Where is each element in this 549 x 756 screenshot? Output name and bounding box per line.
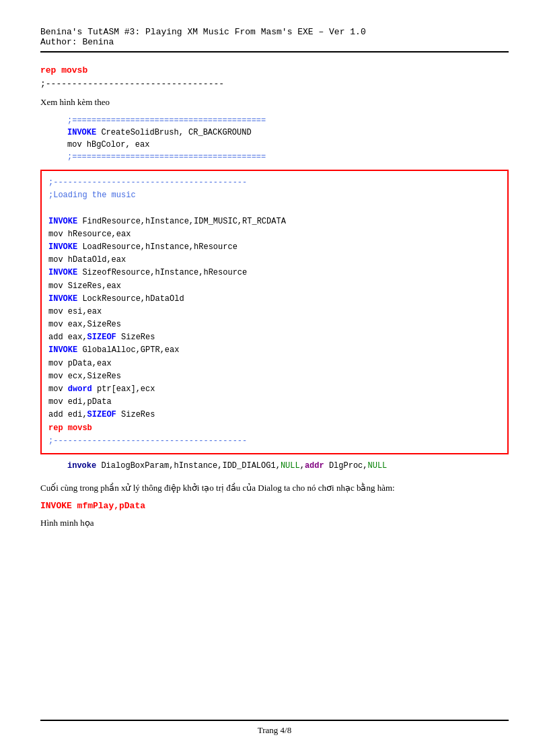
page: Benina's TutASM #3: Playing XM Music Fro… xyxy=(0,0,549,756)
rb-rep: rep movsb xyxy=(48,422,501,435)
xem-hinh-text: Xem hình kèm theo xyxy=(40,97,509,108)
footer: Trang 4/8 xyxy=(40,720,509,736)
code-line-eq1: ;=======================================… xyxy=(67,114,509,127)
rb-invoke3: INVOKE SizeofResource,hInstance,hResourc… xyxy=(48,267,501,279)
code-line-invoke-brush: INVOKE CreateSolidBrush, CR_BACKGROUND xyxy=(67,127,509,139)
rb-mov1: mov hResource,eax xyxy=(48,228,501,241)
header-title-line2: Author: Benina xyxy=(40,37,509,47)
rb-mov6: mov pData,eax xyxy=(48,357,501,370)
cuoi-cung-text: Cuối cùng trong phần xử lý thông điệp kh… xyxy=(40,483,509,493)
rb-mov3: mov SizeRes,eax xyxy=(48,280,501,293)
rb-mov2: mov hDataOld,eax xyxy=(48,254,501,267)
rb-mov8: mov dword ptr[eax],ecx xyxy=(48,383,501,396)
code-line-mov-hbg: mov hBgColor, eax xyxy=(67,139,509,151)
rb-comment1: ;---------------------------------------… xyxy=(48,176,501,189)
header-title-line1: Benina's TutASM #3: Playing XM Music Fro… xyxy=(40,27,509,37)
rb-add1: add eax,SIZEOF SizeRes xyxy=(48,331,501,344)
red-code-box: ;---------------------------------------… xyxy=(40,170,509,454)
rb-invoke1: INVOKE FindResource,hInstance,IDM_MUSIC,… xyxy=(48,215,501,228)
invoke-mfmplay-label: INVOKE mfmPlay,pData xyxy=(40,501,145,511)
invoke-dialog-line: invoke DialogBoxParam,hInstance,IDD_DIAL… xyxy=(67,461,509,471)
rb-mov5: mov eax,SizeRes xyxy=(48,318,501,331)
rb-invoke2: INVOKE LoadResource,hInstance,hResource xyxy=(48,241,501,254)
rb-mov7: mov ecx,SizeRes xyxy=(48,370,501,383)
rb-add2: add edi,SIZEOF SizeRes xyxy=(48,409,501,421)
header: Benina's TutASM #3: Playing XM Music Fro… xyxy=(40,27,509,53)
rb-mov9: mov edi,pData xyxy=(48,396,501,409)
rb-blank xyxy=(48,202,501,215)
code-block-1: ;=======================================… xyxy=(67,114,509,163)
rb-mov4: mov esi,eax xyxy=(48,306,501,318)
rep-movsb-label: rep movsb xyxy=(40,65,87,75)
hinh-minh-hoa-text: Hình minh họa xyxy=(40,518,509,528)
rb-invoke5: INVOKE GlobalAlloc,GPTR,eax xyxy=(48,344,501,357)
code-line-eq2: ;=======================================… xyxy=(67,151,509,163)
rb-comment2: ;Loading the music xyxy=(48,189,501,202)
rb-invoke4: INVOKE LockResource,hDataOld xyxy=(48,293,501,306)
page-number: Trang 4/8 xyxy=(258,725,291,735)
dashes-comment: ;---------------------------------- xyxy=(40,79,224,89)
rb-comment-end: ;---------------------------------------… xyxy=(48,435,501,448)
